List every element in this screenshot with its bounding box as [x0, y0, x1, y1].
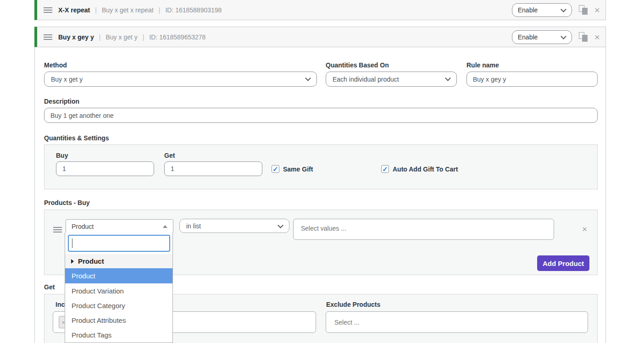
quantities-based-on-label: Quantities Based On [326, 61, 389, 69]
rule-status-select[interactable]: Enable [512, 30, 572, 44]
method-label: Method [44, 61, 67, 69]
description-label: Description [44, 98, 79, 105]
drag-handle-icon[interactable] [44, 33, 52, 41]
separator: | [99, 33, 101, 41]
caret-up-icon [163, 225, 167, 228]
rule-type: Buy x get y [105, 33, 137, 41]
delete-rule-icon[interactable]: × [594, 32, 600, 42]
rule-id: ID: 1618588903198 [165, 6, 222, 14]
get-qty-input[interactable] [164, 161, 262, 176]
checkmark-icon: ✓ [272, 166, 279, 172]
rules-page: X-X repeat | Buy x get x repeat | ID: 16… [0, 0, 644, 343]
auto-add-gift-label: Auto Add Gift To Cart [393, 166, 458, 173]
buy-qty-label: Buy [56, 152, 68, 159]
rule-row-header-2: Buy x gey y | Buy x get y | ID: 16185896… [34, 27, 606, 47]
drag-handle-icon[interactable] [44, 6, 52, 14]
separator: | [143, 33, 144, 41]
auto-add-gift-checkbox[interactable]: ✓ [381, 165, 389, 173]
product-field-dropdown: Product Product Product Variation Produc… [65, 232, 173, 343]
chevron-down-icon [305, 75, 311, 81]
duplicate-rule-icon[interactable] [579, 32, 588, 42]
get-qty-label: Get [164, 152, 175, 159]
rule-name-label: Rule name [466, 61, 499, 69]
same-gift-checkbox[interactable]: ✓ [272, 165, 279, 173]
exclude-placeholder: Select ... [334, 319, 359, 326]
quantities-based-on-select[interactable]: Each individual product [326, 72, 457, 87]
duplicate-rule-icon[interactable] [579, 5, 588, 15]
rule-name-input[interactable] [466, 72, 598, 87]
dropdown-group-header[interactable]: Product [65, 254, 172, 268]
same-gift-label: Same Gift [283, 166, 313, 173]
rule-title: X-X repeat [58, 6, 90, 14]
separator: | [95, 6, 97, 14]
rule-row-header-1: X-X repeat | Buy x get x repeat | ID: 16… [34, 0, 606, 20]
description-input[interactable] [44, 108, 598, 123]
chevron-down-icon [561, 6, 566, 12]
method-select[interactable]: Buy x get y [44, 72, 317, 87]
rule-status-value: Enable [518, 33, 538, 41]
chevron-down-icon [278, 222, 283, 228]
product-values-select[interactable]: Select values ... [293, 219, 554, 240]
rule-status-select[interactable]: Enable [512, 3, 572, 17]
remove-condition-icon[interactable]: × [582, 225, 587, 233]
rule-id: ID: 1618589653278 [149, 33, 205, 41]
products-buy-heading: Products - Buy [44, 199, 90, 206]
exclude-products-select[interactable]: Select ... [326, 311, 588, 333]
buy-qty-input[interactable] [56, 161, 154, 176]
dropdown-option-product-variation[interactable]: Product Variation [65, 283, 172, 298]
get-section-heading: Get [44, 283, 55, 291]
quantities-settings-heading: Quantities & Settings [44, 134, 109, 142]
product-field-select[interactable]: Product [66, 219, 173, 233]
values-placeholder: Select values ... [301, 225, 346, 232]
text-caret [72, 238, 72, 248]
condition-drag-handle-icon[interactable] [53, 226, 62, 234]
separator: | [159, 6, 161, 14]
dropdown-option-product-attributes[interactable]: Product Attributes [65, 313, 172, 327]
delete-rule-icon[interactable]: × [594, 5, 600, 15]
arrow-right-icon [71, 259, 74, 264]
dropdown-option-product[interactable]: Product [65, 268, 172, 283]
dropdown-options-list: Product Product Product Variation Produc… [65, 254, 172, 342]
dropdown-search-input[interactable] [68, 235, 170, 252]
rule-status-value: Enable [518, 6, 538, 14]
add-product-button[interactable]: Add Product [537, 255, 589, 271]
checkmark-icon: ✓ [382, 166, 389, 172]
quantities-settings-panel: Buy Get ✓ Same Gift ✓ Auto Add Gift To C… [44, 144, 598, 189]
exclude-products-label: Exclude Products [326, 301, 380, 308]
dropdown-option-product-category[interactable]: Product Category [65, 298, 172, 313]
chevron-down-icon [561, 33, 566, 39]
operator-select[interactable]: in list [179, 219, 289, 233]
rule-type: Buy x get x repeat [102, 6, 154, 14]
dropdown-option-product-tags[interactable]: Product Tags [65, 327, 172, 342]
chevron-down-icon [445, 75, 451, 81]
rule-title: Buy x gey y [58, 33, 94, 41]
